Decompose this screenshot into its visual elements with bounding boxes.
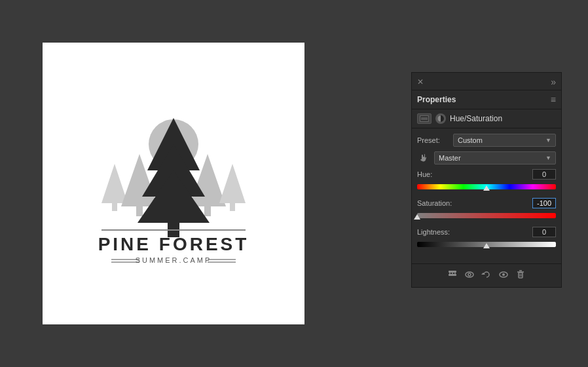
light-thumb[interactable]: [483, 243, 490, 248]
svg-marker-1: [101, 164, 128, 203]
panel-menu-button[interactable]: ≡: [551, 94, 556, 105]
preset-row: Preset: Custom ▼: [417, 134, 556, 147]
panel-title-bar: Properties ≡: [412, 90, 561, 109]
svg-point-30: [502, 273, 505, 276]
lightness-slider-track[interactable]: [417, 239, 556, 250]
sat-thumb[interactable]: [414, 214, 420, 220]
saturation-label: Saturation:: [417, 199, 452, 207]
svg-rect-6: [204, 206, 211, 216]
channel-row: Master ▼: [417, 151, 556, 164]
adjustment-layer-icon[interactable]: [417, 113, 432, 124]
lightness-value[interactable]: 0: [532, 227, 556, 237]
saturation-header: Saturation: -100: [417, 198, 556, 208]
adjustment-type-label: Hue/Saturation: [450, 114, 502, 123]
channel-value: Master: [439, 154, 461, 162]
hue-slider-track[interactable]: [417, 181, 556, 193]
hue-track[interactable]: [417, 184, 556, 189]
right-panel-wrapper: ✕ » Properties ≡ Hue/Satu: [347, 0, 588, 367]
canvas-area: PINE FOREST SUMMER.CAMP: [0, 0, 347, 367]
sat-track[interactable]: [417, 213, 556, 218]
panel-header: ✕ »: [412, 73, 561, 90]
panel-title: Properties: [417, 95, 456, 104]
channel-dropdown-arrow: ▼: [545, 155, 551, 161]
light-track[interactable]: [417, 242, 556, 247]
hue-value[interactable]: 0: [532, 169, 556, 180]
circle-half-icon[interactable]: [435, 113, 446, 124]
lightness-label: Lightness:: [417, 228, 450, 236]
svg-rect-24: [449, 271, 456, 273]
svg-rect-13: [101, 229, 246, 231]
lightness-header: Lightness: 0: [417, 227, 556, 237]
hand-tool-icon[interactable]: [417, 153, 432, 163]
saturation-section: Saturation: -100: [417, 198, 556, 222]
delete-layer-icon[interactable]: [515, 269, 526, 282]
svg-rect-8: [230, 203, 235, 211]
preset-value: Custom: [458, 136, 483, 144]
hue-label: Hue:: [417, 170, 432, 178]
svg-rect-22: [421, 117, 428, 120]
hue-section: Hue: 0: [417, 169, 556, 193]
svg-point-27: [468, 273, 471, 276]
panel-bottom-toolbar: [412, 263, 561, 287]
clip-to-layer-icon[interactable]: [447, 269, 458, 282]
logo-image: PINE FOREST SUMMER.CAMP: [62, 92, 285, 275]
properties-panel: ✕ » Properties ≡ Hue/Satu: [411, 72, 562, 288]
svg-rect-2: [112, 203, 117, 211]
preset-dropdown[interactable]: Custom ▼: [453, 134, 556, 147]
panel-body: Preset: Custom ▼ Master ▼: [412, 128, 561, 261]
preset-label: Preset:: [417, 136, 453, 144]
svg-rect-31: [519, 273, 523, 278]
svg-point-26: [466, 272, 473, 277]
panel-close-button[interactable]: ✕: [417, 77, 424, 87]
svg-rect-25: [449, 274, 456, 276]
preset-dropdown-arrow: ▼: [545, 137, 551, 144]
svg-text:PINE FOREST: PINE FOREST: [98, 234, 249, 254]
artwork-card: PINE FOREST SUMMER.CAMP: [43, 43, 304, 324]
saturation-slider-track[interactable]: [417, 210, 556, 222]
saturation-value[interactable]: -100: [532, 198, 556, 208]
svg-marker-7: [219, 164, 246, 203]
hue-thumb[interactable]: [483, 185, 490, 191]
panel-collapse-button[interactable]: »: [551, 77, 556, 87]
svg-rect-4: [136, 206, 143, 216]
channel-dropdown[interactable]: Master ▼: [434, 151, 556, 164]
lightness-section: Lightness: 0: [417, 227, 556, 250]
visibility-previous-state-icon[interactable]: [464, 269, 475, 282]
reset-icon[interactable]: [481, 269, 492, 282]
svg-text:SUMMER.CAMP: SUMMER.CAMP: [136, 256, 212, 264]
toggle-layer-visibility-icon[interactable]: [498, 269, 509, 282]
hue-header: Hue: 0: [417, 169, 556, 180]
